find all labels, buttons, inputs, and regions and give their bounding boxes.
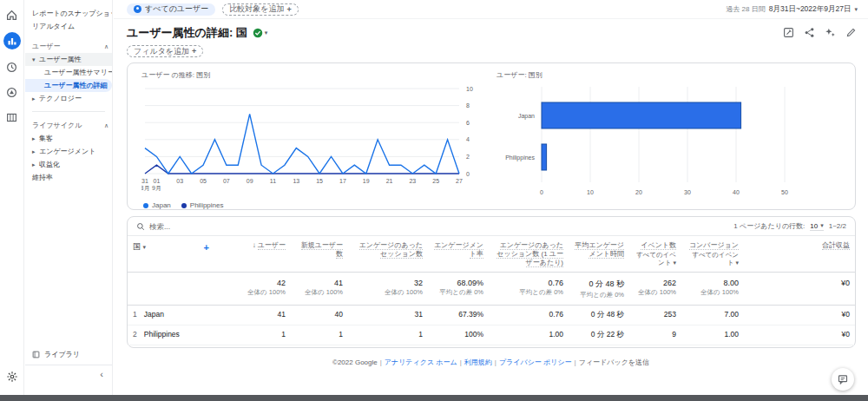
column-header-label[interactable]: 合計収益	[822, 241, 850, 250]
sidebar-item-収益化[interactable]: ▸収益化	[25, 158, 112, 171]
svg-text:Philippines: Philippines	[505, 154, 535, 161]
collapse-sidebar-button[interactable]: ‹	[25, 369, 112, 379]
totals-cell: 262全体の 100%	[629, 277, 681, 299]
metric-cell: 0 分 22 秒	[569, 328, 629, 342]
search-icon	[136, 222, 145, 231]
sidebar-item-レポートのスナップショット[interactable]: レポートのスナップショット	[25, 7, 112, 20]
metric-cell: 40	[291, 308, 348, 320]
sidebar-item-維持率[interactable]: 維持率	[25, 171, 112, 184]
metric-cell: 41	[214, 308, 291, 320]
sidebar-divider	[25, 365, 112, 365]
legend-label: Japan	[152, 201, 171, 209]
date-range-selector[interactable]: 過去 28 日間 8月31日~2022年9月27日 ▾	[726, 4, 858, 15]
sidebar-item-ユーザー属性の詳細[interactable]: ユーザー属性の詳細	[25, 79, 112, 92]
metric-cell: 1.00	[489, 328, 569, 340]
column-header-label[interactable]: エンゲージメント率	[434, 241, 483, 259]
chevron-collapsed-icon: ▸	[32, 148, 39, 155]
rows-per-page-label: 1 ページあたりの行数:	[733, 221, 805, 231]
legend-item-Japan[interactable]: Japan	[143, 201, 171, 209]
svg-text:20: 20	[635, 189, 642, 195]
copyright: ©2022 Google	[332, 358, 378, 366]
sidebar-item-リアルタイム[interactable]: リアルタイム	[25, 20, 112, 33]
svg-text:27: 27	[456, 178, 463, 184]
column-header-6[interactable]: 平均エンゲージメント時間	[569, 240, 629, 260]
svg-text:10: 10	[587, 189, 594, 195]
customize-report-icon[interactable]	[783, 27, 795, 39]
column-header-1[interactable]: ↓ユーザー	[214, 240, 291, 252]
main-content: すべてのユーザー 比較対象を追加 + 過去 28 日間 8月31日~2022年9…	[114, 0, 868, 395]
column-header-3[interactable]: エンゲージのあったセッション数	[348, 240, 428, 260]
sidebar-item-テクノロジー[interactable]: ▸テクノロジー	[25, 92, 112, 105]
data-quality-button[interactable]: ▾	[253, 28, 268, 38]
column-header-label[interactable]: 新規ユーザー数	[301, 241, 343, 259]
home-icon[interactable]	[4, 7, 20, 23]
column-header-label[interactable]: イベント数	[641, 241, 676, 250]
advertising-icon[interactable]	[4, 84, 20, 100]
section-collapse-icon[interactable]: ∧	[104, 122, 108, 129]
footer-link[interactable]: プライバシー ポリシー	[499, 358, 572, 366]
svg-text:9月: 9月	[152, 185, 161, 192]
svg-text:03: 03	[176, 178, 183, 184]
totals-cell: 8.00全体の 100%	[681, 277, 744, 299]
users-by-country-bar-chart[interactable]: 01020304050JapanPhilippines	[496, 83, 818, 205]
metric-cell: 1.00	[681, 328, 744, 340]
sidebar-item-エンゲージメント[interactable]: ▸エンゲージメント	[25, 145, 112, 158]
reports-icon[interactable]	[3, 32, 21, 49]
sidebar-item-集客[interactable]: ▸集客	[25, 132, 112, 145]
page-title: ユーザー属性の詳細: 国	[127, 25, 247, 41]
column-header-label[interactable]: 平均エンゲージメント時間	[575, 241, 624, 259]
add-dimension-button[interactable]: +	[204, 242, 209, 253]
page-footer: ©2022 Google|アナリティクス ホーム|利用規約|プライバシー ポリシ…	[114, 358, 868, 367]
svg-text:15: 15	[316, 178, 323, 184]
users-trend-line-chart[interactable]: 0246810318月019月0305070911131517192123252…	[141, 83, 489, 200]
column-header-5[interactable]: エンゲージのあったセッション数 (1 ユーザーあたり)	[489, 240, 569, 269]
metric-cell: 0.76	[489, 308, 569, 320]
dimension-select[interactable]: 国 ▾	[133, 241, 146, 253]
metric-cell: 100%	[428, 328, 489, 340]
report-titlebar: ユーザー属性の詳細: 国 ▾	[114, 19, 868, 43]
legend-item-Philippines[interactable]: Philippines	[181, 201, 224, 209]
column-event-filter[interactable]: すべてのイベント ▾	[687, 251, 739, 267]
add-comparison-label: 比較対象を追加	[229, 3, 284, 15]
rows-per-page-select[interactable]: 10 ▾	[810, 222, 823, 231]
footer-link[interactable]: 利用規約	[464, 358, 492, 366]
send-feedback-link[interactable]: フィードバックを送信	[579, 358, 649, 366]
column-header-2[interactable]: 新規ユーザー数	[291, 240, 348, 260]
audience-chip[interactable]: すべてのユーザー	[127, 3, 215, 16]
insights-icon[interactable]	[825, 27, 837, 39]
table-row-Philippines[interactable]: 2Philippines111100%1.000 分 22 秒91.00¥0	[128, 325, 855, 345]
svg-text:8月: 8月	[141, 185, 149, 192]
comparison-bar: すべてのユーザー 比較対象を追加 + 過去 28 日間 8月31日~2022年9…	[114, 0, 868, 19]
section-collapse-icon[interactable]: ∧	[104, 43, 108, 50]
sidebar-item-ユーザー属性[interactable]: ▾ユーザー属性	[25, 53, 112, 66]
table-header-row: 国 ▾+↓ユーザー新規ユーザー数エンゲージのあったセッション数エンゲージメント率…	[128, 236, 855, 273]
column-header-label[interactable]: ユーザー	[258, 241, 286, 250]
sidebar-item-ユーザー属性サマリー[interactable]: ユーザー属性サマリー	[25, 66, 112, 79]
configure-icon[interactable]	[4, 109, 20, 125]
table-row-Japan[interactable]: 1Japan41403167.39%0.760 分 48 秒2537.00¥0	[128, 306, 855, 325]
column-header-label[interactable]: エンゲージのあったセッション数 (1 ユーザーあたり)	[496, 241, 563, 267]
search-input[interactable]	[149, 222, 253, 231]
add-filter-button[interactable]: フィルタを追加 +	[127, 45, 203, 57]
explore-icon[interactable]	[4, 59, 20, 75]
share-icon[interactable]	[804, 27, 816, 39]
totals-cell: 32全体の 100%	[348, 277, 428, 299]
metric-cell: 253	[629, 308, 681, 320]
sidebar-item-ライフサイクル[interactable]: ライフサイクル∧	[25, 119, 112, 132]
column-header-9[interactable]: 合計収益	[744, 240, 855, 252]
sidebar-item-ユーザー[interactable]: ユーザー∧	[25, 40, 112, 53]
column-header-label[interactable]: コンバージョン	[689, 241, 739, 250]
chevron-down-icon: ▾	[820, 222, 824, 229]
edit-icon[interactable]	[845, 27, 858, 39]
add-comparison-button[interactable]: 比較対象を追加 +	[222, 3, 298, 16]
feedback-button[interactable]	[832, 368, 854, 391]
admin-gear-icon[interactable]	[4, 369, 20, 385]
svg-text:Japan: Japan	[518, 113, 535, 120]
column-header-label[interactable]: エンゲージのあったセッション数	[359, 241, 424, 259]
footer-link[interactable]: アナリティクス ホーム	[385, 358, 457, 366]
column-event-filter[interactable]: すべてのイベント ▾	[635, 251, 676, 267]
column-header-7[interactable]: イベント数すべてのイベント ▾	[629, 240, 681, 269]
column-header-8[interactable]: コンバージョンすべてのイベント ▾	[681, 240, 744, 269]
column-header-4[interactable]: エンゲージメント率	[428, 240, 489, 260]
sidebar-item-library[interactable]: ライブラリ	[25, 347, 112, 361]
